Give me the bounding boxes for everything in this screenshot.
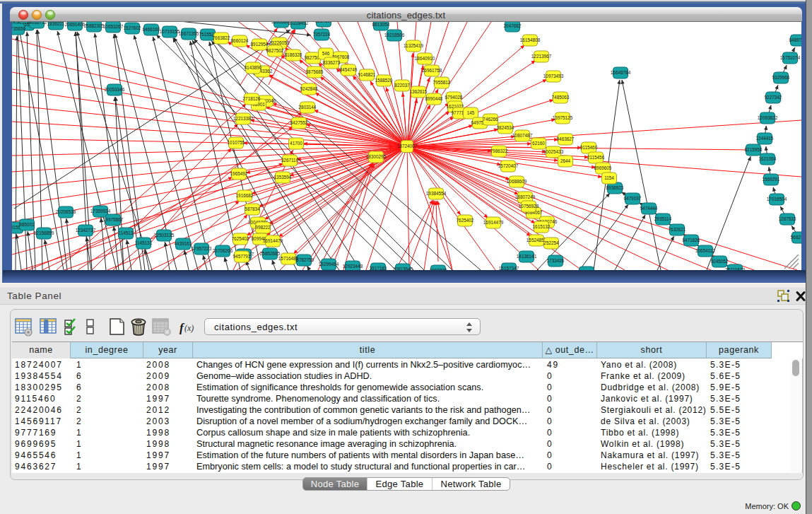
svg-text:8489709: 8489709 (789, 37, 801, 42)
svg-text:1353594: 1353594 (274, 175, 292, 180)
svg-text:7357224: 7357224 (313, 32, 331, 37)
svg-text:7625402: 7625402 (457, 218, 474, 223)
svg-text:12213382: 12213382 (233, 116, 254, 121)
svg-text:9474444: 9474444 (640, 206, 658, 211)
svg-text:8471626: 8471626 (683, 238, 700, 243)
svg-text:9146821: 9146821 (358, 72, 376, 77)
svg-text:16671355: 16671355 (179, 31, 199, 36)
svg-text:16648784: 16648784 (611, 70, 631, 75)
svg-text:18807249: 18807249 (515, 194, 536, 199)
svg-text:20206538: 20206538 (56, 209, 76, 214)
svg-text:12342737: 12342737 (76, 228, 96, 233)
svg-text:13975125: 13975125 (553, 115, 573, 120)
svg-text:8969605: 8969605 (594, 165, 612, 170)
svg-text:10756928: 10756928 (519, 204, 539, 209)
svg-text:4143890: 4143890 (245, 65, 262, 70)
svg-text:16961758: 16961758 (422, 68, 442, 73)
svg-text:1154: 1154 (604, 175, 614, 180)
svg-text:9245052: 9245052 (711, 259, 729, 264)
svg-text:16154808: 16154808 (520, 37, 541, 42)
svg-text:25852685: 25852685 (260, 251, 281, 256)
svg-text:12213967: 12213967 (531, 54, 552, 59)
svg-text:12923448: 12923448 (343, 264, 363, 269)
svg-text:9115460: 9115460 (580, 145, 598, 150)
svg-text:17957223: 17957223 (192, 246, 212, 251)
svg-text:16914479: 16914479 (263, 238, 283, 243)
svg-text:9463627: 9463627 (557, 136, 575, 141)
svg-text:8336273: 8336273 (323, 60, 341, 65)
svg-text:6794028: 6794028 (445, 95, 463, 100)
svg-text:9242848: 9242848 (300, 86, 318, 91)
svg-text:12503135: 12503135 (154, 233, 175, 238)
svg-text:15716485: 15716485 (278, 256, 299, 261)
svg-text:114513: 114513 (119, 230, 134, 235)
svg-text:19975867: 19975867 (103, 217, 124, 222)
svg-text:8990448: 8990448 (425, 96, 443, 101)
svg-text:822037: 822037 (394, 83, 410, 88)
svg-text:10228452: 10228452 (288, 22, 309, 25)
svg-text:1010755: 1010755 (228, 140, 245, 145)
svg-text:8454749: 8454749 (340, 67, 358, 72)
svg-text:2803144: 2803144 (299, 105, 317, 110)
svg-text:4735650: 4735650 (12, 26, 26, 31)
svg-text:9827502: 9827502 (266, 48, 284, 53)
svg-text:1965492: 1965492 (230, 171, 248, 176)
svg-text:1621064: 1621064 (759, 156, 777, 161)
svg-text:20053346: 20053346 (105, 87, 125, 92)
svg-text:19384554: 19384554 (426, 191, 447, 196)
svg-text:15720407: 15720407 (498, 163, 519, 168)
svg-text:62160: 62160 (532, 141, 545, 146)
svg-text:18640910: 18640910 (415, 56, 435, 61)
svg-text:8660124: 8660124 (231, 38, 249, 43)
svg-text:3824534: 3824534 (497, 125, 514, 130)
svg-text:7625402: 7625402 (232, 236, 249, 241)
svg-text:1588520: 1588520 (375, 78, 393, 83)
svg-text:10688609: 10688609 (507, 179, 527, 184)
svg-text:145: 145 (467, 110, 475, 115)
svg-text:15751074: 15751074 (780, 55, 801, 60)
svg-text:2047682: 2047682 (504, 23, 522, 28)
svg-text:10654112: 10654112 (695, 248, 715, 253)
svg-text:20691406: 20691406 (65, 22, 86, 27)
svg-text:8427552: 8427552 (290, 120, 308, 125)
svg-text:25882305: 25882305 (84, 23, 105, 28)
svg-text:587834: 587834 (245, 206, 260, 211)
svg-text:746266: 746266 (483, 117, 498, 122)
svg-text:10973493: 10973493 (543, 74, 564, 78)
svg-text:17359924: 17359924 (90, 209, 111, 214)
svg-text:7632621: 7632621 (669, 227, 686, 232)
svg-text:10719155: 10719155 (160, 29, 180, 34)
svg-text:12156859: 12156859 (34, 230, 54, 235)
svg-text:10653267: 10653267 (103, 24, 124, 29)
svg-text:23706266: 23706266 (213, 248, 233, 253)
svg-text:3875685: 3875685 (306, 69, 324, 74)
svg-text:23226058: 23226058 (269, 40, 290, 45)
svg-text:985001: 985001 (19, 222, 35, 227)
svg-text:998222: 998222 (255, 225, 271, 230)
svg-text:41700: 41700 (290, 141, 302, 146)
svg-text:12093822: 12093822 (758, 115, 778, 120)
svg-text:1615132: 1615132 (533, 224, 551, 229)
svg-text:2935114: 2935114 (654, 216, 672, 221)
svg-text:1527602: 1527602 (124, 25, 141, 30)
svg-text:9457791: 9457791 (233, 254, 251, 259)
svg-text:1569291: 1569291 (763, 177, 780, 182)
svg-text:15157347: 15157347 (499, 266, 519, 270)
svg-text:17016504: 17016504 (767, 197, 787, 201)
svg-text:2066449: 2066449 (578, 269, 596, 270)
svg-text:546: 546 (322, 51, 330, 56)
svg-text:6466160: 6466160 (143, 27, 160, 32)
svg-text:7485063: 7485063 (552, 95, 570, 100)
svg-text:25711873: 25711873 (725, 267, 745, 270)
svg-text:11325419: 11325419 (404, 43, 423, 48)
svg-text:4439167: 4439167 (175, 241, 192, 246)
svg-text:2718126: 2718126 (243, 96, 261, 101)
svg-text:19218506: 19218506 (384, 33, 405, 37)
svg-text:10025433: 10025433 (543, 149, 564, 154)
svg-text:1999828: 1999828 (430, 268, 447, 270)
svg-text:1145131: 1145131 (135, 240, 153, 245)
svg-text:8912954: 8912954 (251, 42, 269, 47)
svg-text:1362615: 1362615 (410, 89, 428, 94)
svg-text:19299464: 19299464 (319, 262, 339, 267)
svg-text:10807487: 10807487 (512, 133, 533, 138)
